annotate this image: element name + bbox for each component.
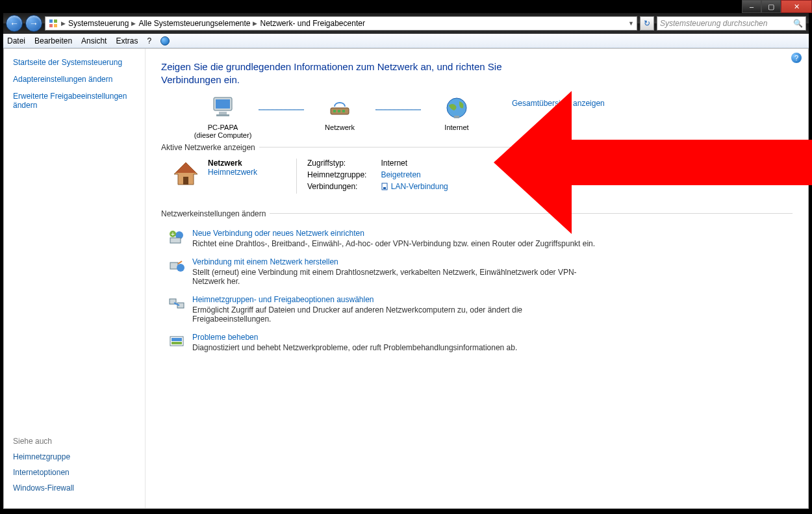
map-overview-link[interactable]: Gesamtübersicht anzeigen (512, 99, 605, 108)
svg-marker-15 (175, 162, 196, 173)
menu-view[interactable]: Ansicht (81, 36, 107, 45)
control-panel-icon (48, 18, 58, 29)
svg-rect-29 (171, 342, 182, 344)
svg-rect-10 (338, 110, 340, 112)
svg-text:+: + (171, 231, 175, 238)
task-troubleshoot[interactable]: Probleme beheben Diagnostiziert und behe… (168, 333, 596, 352)
minimize-button[interactable]: – (742, 0, 761, 13)
breadcrumb-sep-icon: ▶ (131, 20, 136, 27)
svg-rect-9 (333, 110, 336, 112)
change-settings-header: Netzwerkeinstellungen ändern (161, 209, 793, 218)
menu-edit[interactable]: Bearbeiten (34, 36, 72, 45)
map-node-internet[interactable]: Internet (421, 95, 492, 131)
svg-rect-0 (49, 19, 53, 23)
homegroup-link[interactable]: Beigetreten (381, 170, 420, 179)
map-internet-label: Internet (421, 123, 492, 131)
access-type-label: Zugriffstyp: (307, 159, 379, 168)
globe-icon (445, 96, 468, 120)
sidebar-adapter-link[interactable]: Adaptereinstellungen ändern (13, 75, 136, 84)
sidebar-link-internet-options[interactable]: Internetoptionen (13, 468, 136, 477)
page-title: Zeigen Sie die grundlegenden Information… (161, 60, 525, 87)
connection-link[interactable]: LAN-Verbindung (391, 182, 448, 191)
menu-help[interactable]: ? (147, 36, 151, 45)
troubleshoot-icon (168, 333, 186, 351)
connect-icon (168, 257, 186, 276)
search-icon: 🔍 (793, 19, 803, 28)
maximize-button[interactable]: ▢ (761, 0, 781, 13)
main-pane: ? Zeigen Sie die grundlegenden Informati… (146, 49, 808, 508)
menu-extras[interactable]: Extras (116, 36, 138, 45)
active-networks-header: Aktive Netzwerke anzeigen Verbindung her… (161, 143, 793, 152)
map-connector-icon (375, 109, 421, 110)
ethernet-icon (381, 183, 388, 190)
task-list: + Neue Verbindung oder neues Netzwerk ei… (161, 229, 793, 352)
sidebar-link-homegroup[interactable]: Heimnetzgruppe (13, 452, 136, 461)
back-button[interactable]: ← (6, 15, 23, 32)
task-homegroup-options[interactable]: Heimnetzgruppen- und Freigabeoptionen au… (168, 295, 596, 324)
connect-disconnect-link[interactable]: Verbindung herstellen oder trennen (667, 143, 793, 152)
navigation-bar: ← → ▶ Systemsteuerung ▶ Alle Systemsteue… (3, 13, 809, 34)
setup-icon: + (168, 229, 186, 247)
sidebar-link-firewall[interactable]: Windows-Firewall (13, 483, 136, 493)
sidebar-see-also-label: Siehe auch (13, 437, 136, 446)
access-type-value: Internet (381, 159, 407, 168)
task-title[interactable]: Probleme beheben (192, 333, 258, 342)
window-frame: ← → ▶ Systemsteuerung ▶ Alle Systemsteue… (3, 13, 809, 509)
breadcrumb-item[interactable]: Netzwerk- und Freigabecenter (260, 19, 364, 28)
network-name: Netzwerk (208, 159, 242, 168)
computer-icon (210, 95, 236, 121)
svg-rect-13 (454, 116, 459, 118)
map-node-pc[interactable]: PC-PAPA (dieser Computer) (187, 95, 259, 139)
svg-rect-28 (171, 338, 182, 341)
svg-rect-18 (383, 187, 386, 189)
content-body: Startseite der Systemsteuerung Adapterei… (3, 48, 809, 509)
task-desc: Stellt (erneut) eine Verbindung mit eine… (192, 268, 596, 286)
help-icon[interactable]: ? (791, 53, 802, 63)
task-title[interactable]: Heimnetzgruppen- und Freigabeoptionen au… (192, 295, 374, 304)
task-connect-network[interactable]: Verbindung mit einem Netzwerk herstellen… (168, 257, 596, 286)
map-pc-label: PC-PAPA (187, 123, 259, 131)
svg-rect-20 (170, 238, 181, 243)
svg-rect-16 (183, 177, 188, 185)
address-bar[interactable]: ▶ Systemsteuerung ▶ Alle Systemsteuerung… (45, 16, 637, 31)
search-input[interactable]: Systemsteuerung durchsuchen 🔍 (657, 16, 806, 31)
svg-rect-2 (49, 24, 53, 27)
task-desc: Richtet eine Drahtlos-, Breitband-, Einw… (192, 239, 595, 248)
svg-point-24 (177, 264, 184, 272)
task-title[interactable]: Neue Verbindung oder neues Netzwerk einr… (192, 229, 364, 238)
map-connector-icon (259, 109, 304, 110)
network-map: PC-PAPA (dieser Computer) (187, 95, 492, 139)
refresh-button[interactable]: ↻ (640, 16, 654, 31)
homegroup-label: Heimnetzgruppe: (307, 170, 379, 179)
svg-rect-1 (54, 19, 57, 23)
sidebar-sharing-link[interactable]: Erweiterte Freigabeeinstellungen ändern (13, 92, 136, 110)
svg-rect-3 (54, 24, 57, 27)
address-dropdown-icon[interactable]: ▼ (628, 20, 634, 27)
close-button[interactable]: ✕ (781, 0, 812, 13)
task-title[interactable]: Verbindung mit einem Netzwerk herstellen (192, 257, 338, 266)
map-node-network[interactable]: Netzwerk (304, 95, 375, 131)
sidebar: Startseite der Systemsteuerung Adapterei… (4, 49, 146, 508)
breadcrumb-item[interactable]: Alle Systemsteuerungselemente (138, 19, 250, 28)
help-icon[interactable] (160, 36, 170, 45)
task-desc: Diagnostiziert und behebt Netzwerkproble… (192, 343, 517, 352)
menu-file[interactable]: Datei (7, 36, 25, 45)
home-network-icon (170, 159, 201, 190)
connections-label: Verbindungen: (307, 182, 379, 191)
forward-button[interactable]: → (25, 15, 42, 32)
map-pc-sublabel: (dieser Computer) (187, 131, 259, 139)
network-icon (327, 95, 353, 121)
menu-bar: Datei Bearbeiten Ansicht Extras ? (3, 34, 809, 48)
task-desc: Ermöglicht Zugriff auf Dateien und Druck… (192, 305, 596, 324)
breadcrumb-sep-icon: ▶ (61, 20, 66, 27)
map-network-label: Netzwerk (304, 123, 375, 131)
network-type-link[interactable]: Heimnetzwerk (208, 168, 257, 177)
change-settings-label: Netzwerkeinstellungen ändern (161, 209, 270, 218)
breadcrumb-item[interactable]: Systemsteuerung (68, 19, 129, 28)
svg-rect-7 (216, 114, 229, 116)
sidebar-home-link[interactable]: Startseite der Systemsteuerung (13, 58, 136, 67)
share-icon (168, 295, 186, 313)
active-network-block: Netzwerk Heimnetzwerk Zugriffstyp: Inter… (170, 159, 793, 194)
svg-rect-11 (342, 110, 345, 112)
task-setup-connection[interactable]: + Neue Verbindung oder neues Netzwerk ei… (168, 229, 596, 248)
